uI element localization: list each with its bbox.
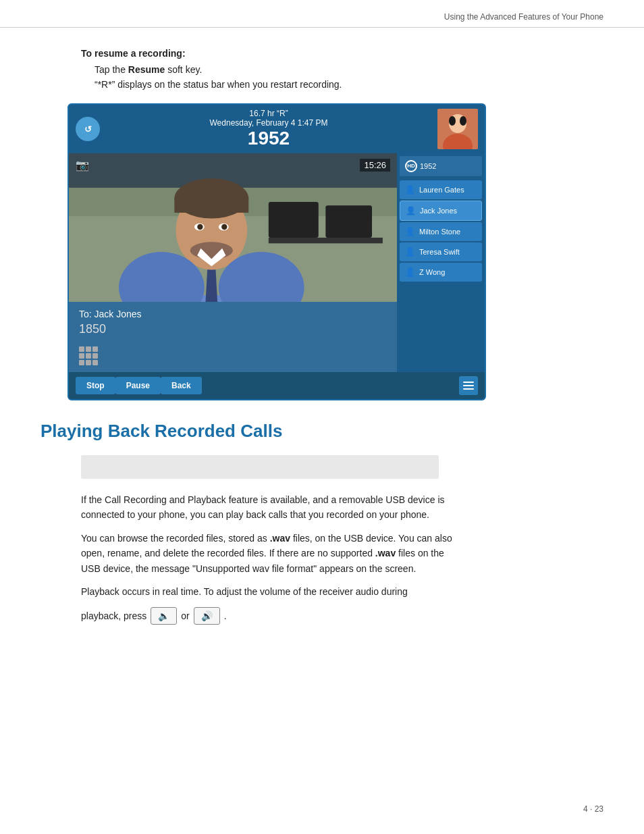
gray-placeholder-box [81,455,439,479]
playback-or-text: or [181,610,189,621]
keypad-icon [79,346,98,365]
phone-topbar-center: 16.7 hr “R” Wednesday, February 4 1:47 P… [100,109,437,149]
contact-icon-4: 👤 [404,266,416,278]
phone-bottombar: Stop Pause Back [69,372,485,399]
video-timer: 15:26 [360,159,390,172]
phone-avatar [437,109,478,149]
camera-icon: 📷 [76,159,89,172]
svg-point-4 [460,116,466,126]
resume-heading: To resume a recording: [81,48,603,59]
avatar-svg [437,109,478,149]
phone-sidebar: HD 1952 👤 Lauren Gates 👤 Jack Jones 👤 Mi… [397,153,485,372]
contact-item-2[interactable]: 👤 Milton Stone [400,222,482,241]
contact-icon-1: 👤 [404,205,417,217]
contact-icon-3: 👤 [404,246,416,258]
menu-icon[interactable] [459,376,478,395]
paragraph3: Playback occurs in real time. To adjust … [81,584,459,599]
svg-rect-16 [174,199,248,213]
resume-instruction2: “*R*” displays on the status bar when yo… [95,79,603,90]
contact-name-1: Jack Jones [420,207,457,215]
svg-point-19 [197,224,203,230]
main-content: To resume a recording: Tap the Resume so… [0,28,644,645]
svg-rect-10 [269,238,383,243]
svg-point-20 [221,224,227,230]
call-info: To: Jack Jones 1850 [69,302,397,372]
playing-back-section: Playing Back Recorded Calls If the Call … [81,421,603,625]
phone-logo: ↺ [76,117,100,141]
resume-section: To resume a recording: Tap the Resume so… [81,48,603,90]
video-area: 📷 15:26 [69,153,397,302]
contact-item-0[interactable]: 👤 Lauren Gates [400,180,482,199]
playback-line: playback, press 🔈 or 🔊 . [81,607,603,625]
call-number: 1850 [79,322,387,336]
video-background [69,153,397,302]
hd-circle: HD [405,160,417,172]
call-to-label: To: Jack Jones [79,309,387,319]
paragraph1: If the Call Recording and Playback featu… [81,492,459,523]
pause-button[interactable]: Pause [115,377,161,394]
phone-topbar-right [437,109,478,149]
phone-main: 📷 15:26 To: Jack Jones 1850 [69,153,397,372]
contact-item-4[interactable]: 👤 Z Wong [400,263,482,282]
stop-button[interactable]: Stop [76,377,115,394]
phone-topbar: ↺ 16.7 hr “R” Wednesday, February 4 1:47… [69,105,485,153]
contact-list: 👤 Lauren Gates 👤 Jack Jones 👤 Milton Sto… [397,179,485,283]
page-number: 4 · 23 [583,804,603,814]
playback-end-text: . [224,610,227,621]
contact-name-4: Z Wong [419,268,445,276]
playback-press-text: playback, press [81,610,146,621]
contact-item-3[interactable]: 👤 Teresa Swift [400,242,482,261]
sidebar-number: 1952 [420,162,436,170]
header-title: Using the Advanced Features of Your Phon… [444,12,603,22]
phone-screenshot: ↺ 16.7 hr “R” Wednesday, February 4 1:47… [68,103,486,400]
svg-rect-9 [325,205,372,238]
phone-datetime: Wednesday, February 4 1:47 PM [100,118,437,128]
contact-icon-0: 👤 [404,184,416,196]
resume-instruction1: Tap the Resume soft key. [95,64,603,75]
person-silhouette [69,153,397,302]
phone-number-display: 1952 [100,128,437,149]
contact-icon-2: 👤 [404,226,416,238]
volume-button-1[interactable]: 🔈 [151,607,177,625]
svg-point-3 [449,116,456,126]
contact-name-0: Lauren Gates [419,186,464,194]
contact-item-1[interactable]: 👤 Jack Jones [400,201,482,221]
contact-name-3: Teresa Swift [419,248,460,256]
phone-storage: 16.7 hr “R” [100,109,437,118]
volume-button-2[interactable]: 🔊 [194,607,220,625]
svg-point-21 [190,242,233,259]
page-header: Using the Advanced Features of Your Phon… [0,0,644,28]
phone-body: 📷 15:26 To: Jack Jones 1850 [69,153,485,372]
back-button[interactable]: Back [161,377,202,394]
svg-rect-8 [269,202,319,238]
section-title: Playing Back Recorded Calls [41,421,603,442]
hd-button: HD 1952 [400,156,482,176]
paragraph2: You can browse the recorded files, store… [81,531,459,576]
contact-name-2: Milton Stone [419,228,460,236]
